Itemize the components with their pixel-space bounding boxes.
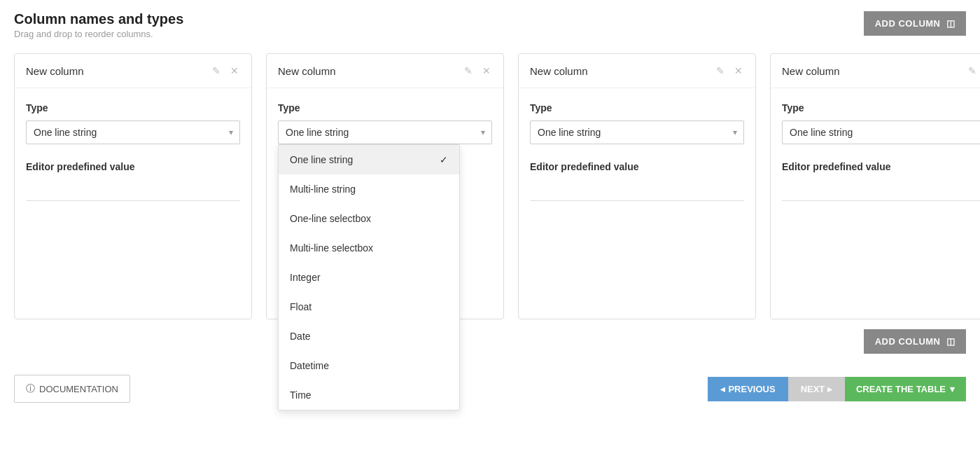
create-dropdown-arrow-icon: ▾ bbox=[950, 384, 955, 394]
dropdown-item-time[interactable]: Time bbox=[279, 380, 459, 410]
column-1-header: New column ✎ ✕ bbox=[15, 54, 251, 88]
page-title: Column names and types bbox=[14, 11, 183, 27]
column-card-2: New column ✎ ✕ Type One line string Mult… bbox=[266, 53, 504, 319]
add-column-label-bottom: ADD COLUMN bbox=[875, 336, 941, 347]
column-3-body: Type One line string Multi-line string O… bbox=[519, 88, 755, 215]
dropdown-item-label: One-line selectbox bbox=[290, 213, 371, 224]
create-label: CREATE THE TABLE bbox=[856, 384, 946, 394]
dropdown-item-multi-line-string[interactable]: Multi-line string bbox=[279, 174, 459, 204]
dropdown-item-label: Multi-line string bbox=[290, 184, 356, 195]
add-column-icon-top: ◫ bbox=[946, 18, 955, 29]
column-3-type-select[interactable]: One line string Multi-line string One-li… bbox=[530, 120, 744, 144]
dropdown-item-label: Float bbox=[290, 301, 312, 312]
prev-label: PREVIOUS bbox=[728, 384, 775, 394]
column-1-actions: ✎ ✕ bbox=[211, 64, 240, 78]
column-2-type-label: Type bbox=[278, 102, 492, 113]
column-2-title: New column bbox=[278, 65, 336, 77]
column-3-title: New column bbox=[530, 65, 588, 77]
column-3-predefined-input[interactable] bbox=[530, 184, 744, 201]
prev-icon: ◂ bbox=[720, 384, 725, 394]
column-3-type-label: Type bbox=[530, 102, 744, 113]
add-column-icon-bottom: ◫ bbox=[946, 336, 955, 347]
column-4-header: New column ✎ ✕ bbox=[771, 54, 980, 88]
dropdown-item-label: Time bbox=[290, 389, 312, 401]
dropdown-item-label: Date bbox=[290, 331, 311, 342]
previous-button[interactable]: ◂ PREVIOUS bbox=[708, 377, 788, 401]
column-1-type-select[interactable]: One line string Multi-line string One-li… bbox=[26, 120, 240, 144]
column-4-edit-button[interactable]: ✎ bbox=[967, 64, 978, 78]
doc-label: DOCUMENTATION bbox=[39, 384, 118, 394]
column-2-edit-button[interactable]: ✎ bbox=[463, 64, 474, 78]
column-card-1: New column ✎ ✕ Type One line string Mult… bbox=[14, 53, 252, 319]
column-1-body: Type One line string Multi-line string O… bbox=[15, 88, 251, 215]
add-column-label-top: ADD COLUMN bbox=[875, 18, 941, 29]
column-3-type-wrapper: One line string Multi-line string One-li… bbox=[530, 120, 744, 144]
column-1-predefined-input[interactable] bbox=[26, 184, 240, 201]
column-1-close-button[interactable]: ✕ bbox=[229, 64, 240, 78]
column-4-predefined-input[interactable] bbox=[782, 184, 980, 201]
dropdown-item-date[interactable]: Date bbox=[279, 322, 459, 351]
add-column-bottom-wrapper: ADD COLUMN ◫ bbox=[14, 329, 966, 354]
column-3-predefined-label: Editor predefined value bbox=[530, 161, 744, 172]
column-4-type-label: Type bbox=[782, 102, 980, 113]
dropdown-item-datetime[interactable]: Datetime bbox=[279, 351, 459, 380]
nav-buttons-group: ◂ PREVIOUS NEXT ▸ CREATE THE TABLE ▾ bbox=[708, 377, 966, 401]
column-1-type-wrapper: One line string Multi-line string One-li… bbox=[26, 120, 240, 144]
column-2-close-button[interactable]: ✕ bbox=[481, 64, 492, 78]
column-card-4: New column ✎ ✕ Type One line string Mult… bbox=[770, 53, 980, 319]
column-2-type-select[interactable]: One line string Multi-line string One-li… bbox=[278, 120, 492, 144]
check-icon: ✓ bbox=[440, 154, 448, 165]
dropdown-item-label: Datetime bbox=[290, 360, 329, 371]
add-column-button-bottom[interactable]: ADD COLUMN ◫ bbox=[864, 329, 966, 354]
column-4-predefined-label: Editor predefined value bbox=[782, 161, 980, 172]
dropdown-item-one-line-selectbox[interactable]: One-line selectbox bbox=[279, 204, 459, 233]
add-column-button-top[interactable]: ADD COLUMN ◫ bbox=[864, 11, 966, 36]
column-3-actions: ✎ ✕ bbox=[715, 64, 744, 78]
dropdown-item-label: One line string bbox=[290, 154, 353, 165]
dropdown-item-integer[interactable]: Integer bbox=[279, 263, 459, 292]
dropdown-item-multi-line-selectbox[interactable]: Multi-line selectbox bbox=[279, 233, 459, 263]
page-header: Column names and types Drag and drop to … bbox=[14, 11, 966, 39]
column-4-actions: ✎ ✕ bbox=[967, 64, 980, 78]
column-1-edit-button[interactable]: ✎ bbox=[211, 64, 222, 78]
column-3-edit-button[interactable]: ✎ bbox=[715, 64, 726, 78]
column-4-body: Type One line string Multi-line string O… bbox=[771, 88, 980, 215]
columns-area: New column ✎ ✕ Type One line string Mult… bbox=[14, 53, 966, 319]
column-2-body: Type One line string Multi-line string O… bbox=[267, 88, 503, 175]
dropdown-item-one-line-string[interactable]: One line string ✓ bbox=[279, 145, 459, 174]
column-1-predefined-label: Editor predefined value bbox=[26, 161, 240, 172]
header-left: Column names and types Drag and drop to … bbox=[14, 11, 183, 39]
doc-circle-icon: ⓘ bbox=[26, 382, 35, 395]
bottom-bar: ⓘ DOCUMENTATION ◂ PREVIOUS NEXT ▸ CREATE… bbox=[14, 375, 966, 403]
type-dropdown-menu[interactable]: One line string ✓ Multi-line string One-… bbox=[278, 144, 460, 410]
page-subtitle: Drag and drop to reorder columns. bbox=[14, 29, 183, 39]
dropdown-item-label: Integer bbox=[290, 272, 321, 283]
page: Column names and types Drag and drop to … bbox=[0, 0, 980, 463]
column-4-type-select[interactable]: One line string Multi-line string One-li… bbox=[782, 120, 980, 144]
dropdown-item-float[interactable]: Float bbox=[279, 292, 459, 322]
column-2-header: New column ✎ ✕ bbox=[267, 54, 503, 88]
column-2-actions: ✎ ✕ bbox=[463, 64, 492, 78]
next-label: NEXT ▸ bbox=[801, 384, 832, 394]
documentation-button[interactable]: ⓘ DOCUMENTATION bbox=[14, 375, 130, 403]
dropdown-item-label: Multi-line selectbox bbox=[290, 242, 373, 254]
column-card-3: New column ✎ ✕ Type One line string Mult… bbox=[518, 53, 756, 319]
column-4-type-wrapper: One line string Multi-line string One-li… bbox=[782, 120, 980, 144]
column-1-type-label: Type bbox=[26, 102, 240, 113]
column-4-title: New column bbox=[782, 65, 840, 77]
next-button[interactable]: NEXT ▸ bbox=[788, 377, 845, 401]
column-1-title: New column bbox=[26, 65, 84, 77]
column-3-close-button[interactable]: ✕ bbox=[733, 64, 744, 78]
column-2-type-wrapper: One line string Multi-line string One-li… bbox=[278, 120, 492, 144]
create-table-button[interactable]: CREATE THE TABLE ▾ bbox=[845, 377, 966, 401]
column-3-header: New column ✎ ✕ bbox=[519, 54, 755, 88]
